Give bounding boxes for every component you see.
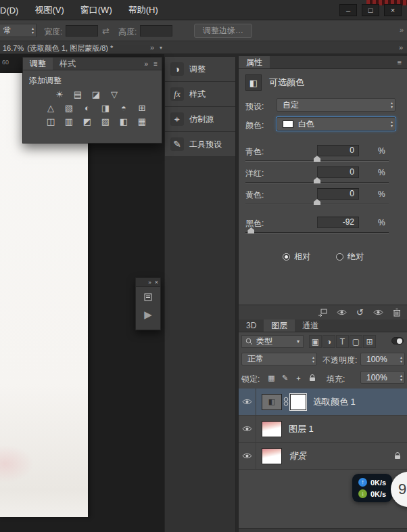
magenta-value[interactable]: 0: [317, 167, 359, 178]
play-icon[interactable]: ▶: [144, 309, 152, 319]
color-balance-icon[interactable]: ◐: [81, 102, 93, 114]
blend-mode-dropdown[interactable]: 正常 ▴▾: [241, 353, 317, 365]
yellow-value[interactable]: 0: [317, 188, 359, 200]
dock-item-adjustments[interactable]: ◑ 调整: [165, 57, 235, 82]
tab-layers[interactable]: 图层: [264, 319, 295, 332]
layer-mask-thumbnail[interactable]: [290, 394, 306, 410]
reset-icon[interactable]: ↺: [356, 307, 364, 317]
invert-icon[interactable]: ◫: [45, 116, 57, 127]
mask-link-icon[interactable]: [283, 396, 289, 407]
visibility-eye-icon[interactable]: [239, 389, 256, 416]
slider-thumb-2[interactable]: [314, 199, 320, 205]
refine-edge-button[interactable]: 调整边缘…: [194, 24, 252, 38]
dock-menu-caret-icon[interactable]: ▾: [160, 45, 162, 51]
tab-channels[interactable]: 通道: [295, 319, 326, 332]
layer-filter-dropdown[interactable]: 类型 ▾: [241, 335, 304, 348]
swap-dimensions-icon[interactable]: ⇄: [102, 26, 110, 36]
dock-item-tool-presets[interactable]: ✎ 工具预设: [165, 132, 235, 157]
layer-thumbnail[interactable]: [262, 448, 282, 464]
black-value[interactable]: -92: [317, 217, 359, 228]
threshold-icon[interactable]: ◩: [81, 116, 93, 127]
layer-name[interactable]: 图层 1: [289, 423, 314, 435]
height-input[interactable]: [140, 25, 172, 37]
tab-properties[interactable]: 属性: [239, 56, 270, 68]
lock-transparent-pixels-icon[interactable]: ▦: [266, 372, 277, 384]
tab-adjustments[interactable]: 调整: [23, 58, 53, 70]
black-slider-track[interactable]: [245, 232, 389, 234]
network-speed-overlay[interactable]: ↑ 0K/s ↓ 0K/s: [352, 474, 392, 502]
dock-collapse-chevron-icon[interactable]: »: [150, 43, 154, 51]
tab-3d[interactable]: 3D: [239, 319, 264, 332]
panel-menu-icon[interactable]: ≡: [153, 60, 158, 68]
menu-help[interactable]: 帮助(H): [120, 4, 166, 16]
dock-item-clone-source[interactable]: ⌖ 仿制源: [165, 107, 235, 132]
menu-view[interactable]: 视图(V): [26, 4, 72, 16]
clip-to-layer-icon[interactable]: [318, 309, 327, 317]
close-button[interactable]: ×: [384, 4, 402, 16]
filter-adjustment-layers-icon[interactable]: ◑: [322, 335, 335, 348]
tool-mode-dropdown[interactable]: 常 ▴▾: [0, 24, 37, 37]
maximize-button[interactable]: □: [362, 4, 379, 16]
black-white-icon[interactable]: ◨: [99, 102, 112, 114]
filter-pixel-layers-icon[interactable]: ▣: [309, 335, 322, 348]
layer-row-selective-color[interactable]: ◧ 选取颜色 1: [239, 389, 407, 416]
magenta-slider-track[interactable]: [245, 182, 389, 183]
color-dropdown[interactable]: 白色 ▴▾: [277, 117, 396, 131]
mini-panel-collapse-chevron-icon[interactable]: »: [148, 280, 151, 286]
curves-icon[interactable]: ◪: [90, 89, 102, 100]
lock-position-icon[interactable]: +: [293, 372, 304, 384]
radio-absolute[interactable]: 绝对: [336, 251, 364, 263]
channel-mixer-icon[interactable]: ⊞: [136, 102, 148, 114]
cyan-value[interactable]: 0: [317, 145, 359, 156]
posterize-icon[interactable]: ▥: [63, 116, 75, 127]
slider-thumb-1[interactable]: [314, 177, 320, 183]
minimize-button[interactable]: –: [339, 4, 357, 16]
filter-shape-layers-icon[interactable]: ▢: [350, 335, 362, 348]
selective-color-icon[interactable]: ◧: [118, 116, 130, 127]
gradient-map-icon[interactable]: ▨: [99, 116, 112, 127]
radio-dot-1[interactable]: [336, 253, 343, 261]
fill-dropdown[interactable]: 100% ▴▾: [360, 371, 405, 384]
layer-name[interactable]: 选取颜色 1: [313, 396, 356, 408]
right-dock-collapse-chevron-icon[interactable]: »: [399, 43, 403, 51]
filter-type-layers-icon[interactable]: T: [336, 335, 349, 348]
menu-3d[interactable]: D(D): [0, 5, 26, 16]
layer-row-layer1[interactable]: 图层 1: [239, 416, 407, 443]
yellow-slider-track[interactable]: [245, 204, 389, 205]
previous-state-eye-icon[interactable]: [337, 309, 347, 316]
mini-panel-icon[interactable]: [144, 293, 152, 301]
tab-styles[interactable]: 样式: [53, 58, 82, 70]
brightness-contrast-icon[interactable]: ☀: [53, 89, 66, 100]
slider-thumb-0[interactable]: [314, 156, 320, 162]
visibility-eye-icon[interactable]: [239, 416, 256, 443]
vibrance-icon[interactable]: △: [45, 102, 57, 114]
dock-item-styles[interactable]: fx 样式: [165, 82, 235, 107]
photo-filter-icon[interactable]: ◓: [118, 102, 130, 114]
color-lookup-icon[interactable]: ▦: [136, 116, 148, 127]
preset-dropdown[interactable]: 自定 ▴▾: [277, 98, 396, 112]
width-input[interactable]: [66, 25, 98, 37]
delete-adjustment-icon[interactable]: [393, 308, 401, 317]
lock-image-pixels-icon[interactable]: ✎: [279, 372, 291, 384]
panel-collapse-chevron-icon[interactable]: »: [145, 60, 149, 68]
cyan-slider-track[interactable]: [245, 160, 389, 162]
document-tab[interactable]: 16.7%(选取颜色 1, 图层蒙版/8) *: [3, 43, 146, 53]
filter-smart-object-icon[interactable]: ⊞: [363, 335, 376, 348]
menu-window[interactable]: 窗口(W): [72, 4, 120, 16]
hue-saturation-icon[interactable]: ▧: [63, 102, 75, 114]
visibility-eye-icon[interactable]: [239, 443, 256, 470]
levels-icon[interactable]: ▤: [72, 89, 84, 100]
visibility-eye-icon[interactable]: [373, 309, 383, 316]
properties-panel-menu-icon[interactable]: ≡: [398, 56, 407, 68]
radio-relative[interactable]: 相对: [283, 251, 310, 263]
radio-dot-0[interactable]: [283, 253, 290, 261]
opacity-dropdown[interactable]: 100% ▴▾: [360, 353, 405, 365]
layer-name[interactable]: 背景: [289, 450, 306, 462]
adjustment-layer-thumbnail[interactable]: ◧: [262, 394, 282, 410]
layer-row-background[interactable]: 背景: [239, 443, 407, 470]
layer-filter-toggle[interactable]: [391, 337, 404, 345]
layer-thumbnail[interactable]: [262, 421, 282, 437]
exposure-icon[interactable]: ▽: [108, 89, 120, 100]
options-overflow-chevron-icon[interactable]: »: [400, 26, 404, 34]
lock-all-icon[interactable]: [306, 372, 318, 384]
